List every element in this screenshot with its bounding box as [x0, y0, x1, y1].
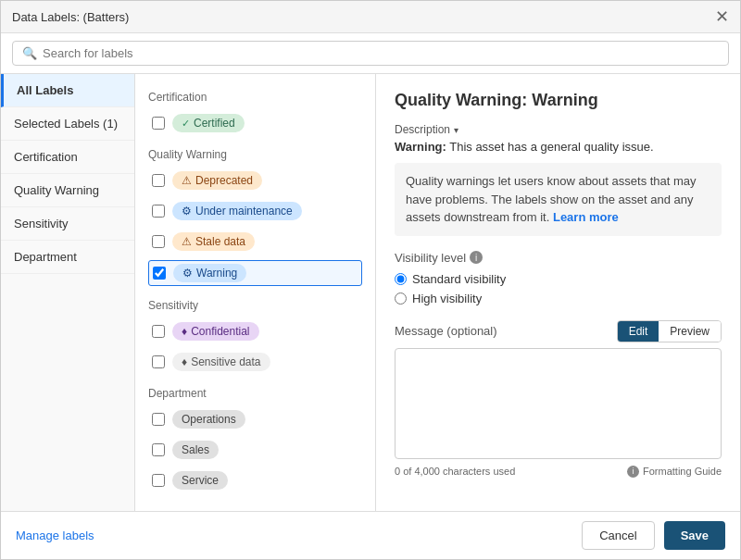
description-warning: Warning: This asset has a general qualit…: [395, 140, 722, 154]
label-row-stale-data: ⚠ Stale data: [148, 230, 362, 254]
label-row-operations: Operations: [148, 407, 362, 431]
sidebar-item-department[interactable]: Department: [1, 241, 134, 274]
sidebar-item-quality-warning[interactable]: Quality Warning: [1, 174, 134, 207]
checkbox-confidential[interactable]: [152, 325, 165, 338]
badge-operations[interactable]: Operations: [172, 410, 245, 429]
search-icon: 🔍: [22, 46, 37, 60]
message-section: Message (optional) Edit Preview 0 of 4,0…: [395, 320, 722, 478]
footer-buttons: Cancel Save: [582, 521, 725, 550]
label-row-service: Service: [148, 468, 362, 492]
radio-high-input[interactable]: [395, 292, 407, 305]
dialog-footer: Manage labels Cancel Save: [1, 511, 740, 559]
badge-deprecated[interactable]: ⚠ Deprecated: [172, 171, 262, 190]
certified-icon: ✓: [182, 118, 190, 130]
visibility-info-icon[interactable]: i: [470, 251, 483, 264]
checkbox-under-maintenance[interactable]: [152, 205, 165, 218]
certification-group: Certification ✓ Certified: [148, 91, 362, 135]
save-button[interactable]: Save: [664, 521, 725, 550]
checkbox-deprecated[interactable]: [152, 174, 165, 187]
quality-warning-group-title: Quality Warning: [148, 148, 362, 161]
manage-labels-link[interactable]: Manage labels: [16, 529, 94, 542]
message-textarea[interactable]: [395, 348, 722, 459]
search-input-wrap: 🔍: [12, 41, 729, 66]
badge-sensitive[interactable]: ♦ Sensitive data: [172, 353, 270, 371]
tab-preview-button[interactable]: Preview: [659, 321, 721, 342]
char-count: 0 of 4,000 characters used: [395, 466, 515, 477]
label-row-confidential: ♦ Confidential: [148, 319, 362, 343]
badge-stale[interactable]: ⚠ Stale data: [172, 232, 255, 251]
label-row-certified: ✓ Certified: [148, 111, 362, 135]
deprecated-icon: ⚠: [182, 174, 192, 187]
checkbox-warning[interactable]: [153, 267, 166, 280]
checkbox-certified[interactable]: [152, 117, 165, 130]
checkbox-stale-data[interactable]: [152, 235, 165, 248]
badge-confidential[interactable]: ♦ Confidential: [172, 322, 259, 341]
label-row-warning: ⚙ Warning: [148, 260, 362, 286]
search-bar: 🔍: [1, 33, 740, 74]
sensitivity-group: Sensitivity ♦ Confidential ♦ Sensitive d…: [148, 299, 362, 374]
cancel-button[interactable]: Cancel: [582, 521, 654, 550]
detail-panel: Quality Warning: Warning Description ▾ W…: [376, 74, 740, 511]
sidebar-item-all-labels[interactable]: All Labels: [1, 74, 134, 107]
info-icon-small: i: [627, 466, 639, 478]
high-visibility-label: High visibility: [412, 292, 482, 305]
stale-icon: ⚠: [182, 235, 192, 248]
dialog-header: Data Labels: (Batters) ✕: [1, 1, 740, 33]
formatting-guide-link[interactable]: i Formatting Guide: [627, 466, 722, 478]
sidebar-item-selected-labels[interactable]: Selected Labels (1): [1, 107, 134, 141]
info-box: Quality warnings let users know about as…: [395, 163, 722, 236]
label-row-deprecated: ⚠ Deprecated: [148, 168, 362, 193]
badge-maintenance[interactable]: ⚙ Under maintenance: [172, 202, 302, 220]
description-chevron-icon[interactable]: ▾: [454, 125, 458, 135]
labels-panel: Certification ✓ Certified Quality Warnin…: [135, 74, 376, 511]
label-row-under-maintenance: ⚙ Under maintenance: [148, 199, 362, 223]
formatting-guide-label: Formatting Guide: [643, 466, 722, 477]
label-row-sales: Sales: [148, 438, 362, 462]
checkbox-sensitive-data[interactable]: [152, 355, 165, 368]
message-footer: 0 of 4,000 characters used i Formatting …: [395, 466, 722, 478]
close-button[interactable]: ✕: [715, 8, 729, 25]
department-group-title: Department: [148, 387, 362, 400]
search-input[interactable]: [43, 46, 719, 60]
sensitive-icon: ♦: [182, 355, 187, 368]
sidebar: All Labels Selected Labels (1) Certifica…: [1, 74, 135, 511]
tab-group: Edit Preview: [617, 320, 722, 342]
sensitivity-group-title: Sensitivity: [148, 299, 362, 312]
visibility-section: Visibility level i Standard visibility H…: [395, 251, 722, 305]
checkbox-service[interactable]: [152, 474, 165, 487]
dialog-title: Data Labels: (Batters): [12, 10, 129, 24]
detail-title: Quality Warning: Warning: [395, 91, 722, 110]
certification-group-title: Certification: [148, 91, 362, 104]
badge-service[interactable]: Service: [172, 471, 228, 490]
description-label: Description ▾: [395, 123, 722, 136]
warning-icon: ⚙: [182, 267, 193, 280]
badge-sales[interactable]: Sales: [172, 441, 219, 459]
radio-standard-visibility[interactable]: Standard visibility: [395, 272, 722, 286]
radio-standard-input[interactable]: [395, 273, 407, 285]
visibility-label: Visibility level i: [395, 251, 722, 265]
message-label: Message (optional): [395, 324, 497, 338]
tab-edit-button[interactable]: Edit: [618, 321, 659, 342]
badge-warning[interactable]: ⚙ Warning: [173, 264, 246, 282]
checkbox-operations[interactable]: [152, 413, 165, 426]
radio-high-visibility[interactable]: High visibility: [395, 292, 722, 305]
checkbox-sales[interactable]: [152, 443, 165, 456]
sidebar-item-sensitivity[interactable]: Sensitivity: [1, 207, 134, 241]
dialog: Data Labels: (Batters) ✕ 🔍 All Labels Se…: [0, 0, 741, 560]
label-row-sensitive-data: ♦ Sensitive data: [148, 350, 362, 374]
quality-warning-group: Quality Warning ⚠ Deprecated ⚙ Under mai…: [148, 148, 362, 286]
learn-more-link[interactable]: Learn more: [553, 210, 619, 224]
standard-visibility-label: Standard visibility: [412, 272, 506, 286]
maintenance-icon: ⚙: [182, 205, 192, 218]
sidebar-item-certification[interactable]: Certification: [1, 141, 134, 174]
dialog-body: All Labels Selected Labels (1) Certifica…: [1, 74, 740, 511]
department-group: Department Operations Sales Service: [148, 387, 362, 492]
message-header: Message (optional) Edit Preview: [395, 320, 722, 342]
confidential-icon: ♦: [182, 325, 187, 338]
radio-group: Standard visibility High visibility: [395, 272, 722, 305]
badge-certified[interactable]: ✓ Certified: [172, 114, 245, 132]
